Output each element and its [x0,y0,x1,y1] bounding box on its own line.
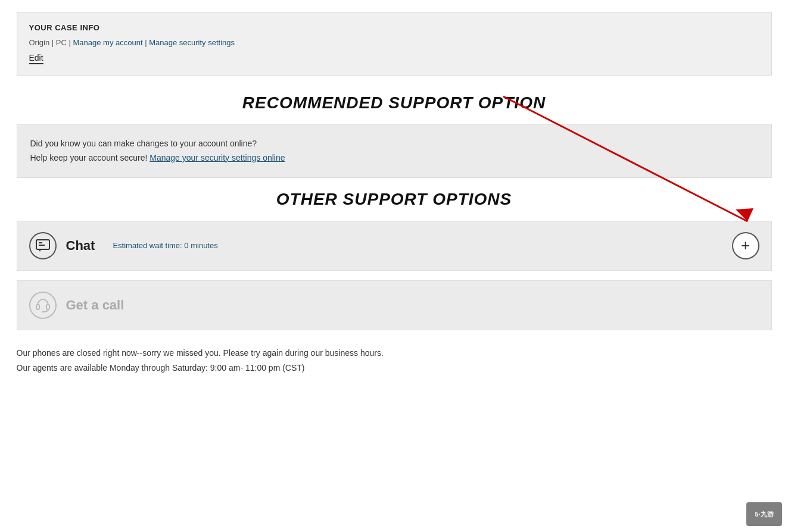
call-icon-circle [29,292,57,319]
chat-title: Chat [66,238,95,254]
plus-icon: + [741,236,750,255]
svg-rect-7 [46,305,49,309]
chat-option-card: Chat Estimated wait time: 0 minutes + [17,221,772,271]
call-title: Get a call [66,298,124,313]
recommended-heading: RECOMMENDED SUPPORT OPTION [17,93,772,112]
svg-marker-1 [736,208,753,221]
other-support-heading: OTHER SUPPORT OPTIONS [17,190,772,209]
watermark: 5·九游 [746,502,782,526]
svg-point-8 [42,311,43,312]
svg-marker-5 [39,249,41,252]
case-info-section: YOUR CASE INFO Origin | PC | Manage my a… [17,12,772,76]
info-banner-line2: Help keep your account secure! Manage yo… [30,151,758,165]
chat-expand-button[interactable]: + [732,232,759,259]
chat-wait-time: Estimated wait time: 0 minutes [113,241,217,250]
svg-rect-6 [36,305,39,309]
call-option-left: Get a call [29,292,124,319]
bottom-info-line1: Our phones are closed right now--sorry w… [17,346,772,361]
chat-icon-circle [29,232,57,259]
edit-link[interactable]: Edit [29,53,43,64]
info-banner-line1: Did you know you can make changes to you… [30,137,758,151]
breadcrumb-sep2: | [69,38,73,47]
call-option-card: Get a call [17,280,772,330]
breadcrumb-pc: PC [56,38,67,47]
manage-security-link[interactable]: Manage security settings [149,38,235,47]
headset-icon [35,297,51,314]
breadcrumb: Origin | PC | Manage my account | Manage… [29,38,759,47]
chat-option-left: Chat Estimated wait time: 0 minutes [29,232,218,259]
manage-account-link[interactable]: Manage my account [73,38,143,47]
breadcrumb-sep1: | [52,38,56,47]
chat-icon [35,238,51,254]
manage-security-settings-link[interactable]: Manage your security settings online [149,153,285,162]
bottom-info: Our phones are closed right now--sorry w… [17,340,772,387]
breadcrumb-origin: Origin [29,38,50,47]
case-info-title: YOUR CASE INFO [29,23,759,32]
info-banner: Did you know you can make changes to you… [17,124,772,178]
bottom-info-line2: Our agents are available Monday through … [17,361,772,375]
